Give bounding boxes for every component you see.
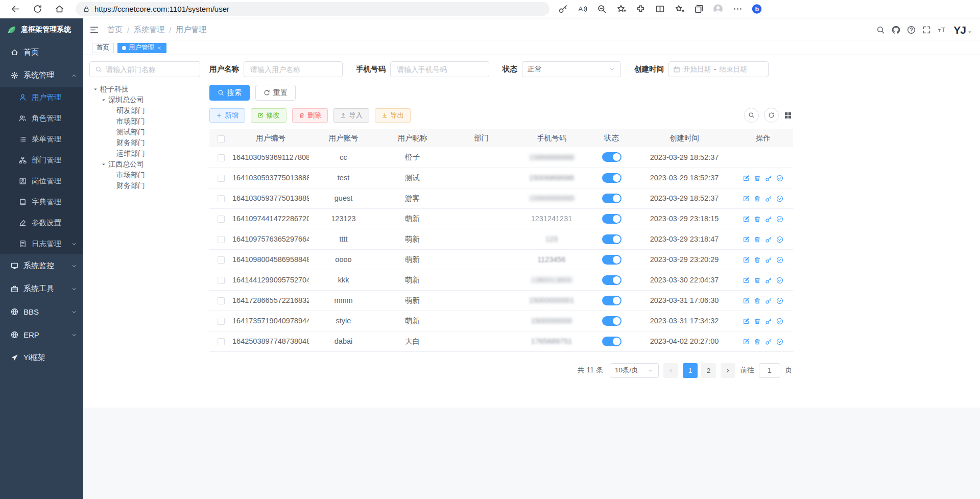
favorites-icon[interactable] [674, 4, 684, 14]
sidebar-item-home[interactable]: 首页 [0, 41, 83, 64]
tree-node[interactable]: 市场部门 [89, 116, 204, 127]
caret-down-icon[interactable] [91, 87, 99, 92]
sidebar-item-system-management[interactable]: 系统管理 [0, 64, 83, 87]
row-checkbox[interactable] [218, 154, 225, 161]
assign-role-icon[interactable] [776, 318, 783, 325]
status-toggle[interactable] [602, 337, 622, 346]
export-button[interactable]: 导出 [375, 108, 411, 123]
search-button[interactable]: 搜索 [209, 85, 250, 101]
row-checkbox[interactable] [218, 297, 225, 304]
delete-icon[interactable] [754, 216, 761, 223]
status-toggle[interactable] [602, 214, 622, 224]
page-size-select[interactable]: 10条/页 [610, 363, 659, 378]
delete-icon[interactable] [754, 297, 761, 304]
tree-node[interactable]: 运维部门 [89, 148, 204, 159]
sidebar-item-post-management[interactable]: 岗位管理 [0, 171, 83, 192]
key-icon[interactable] [558, 4, 568, 14]
copilot-icon[interactable]: b [752, 4, 762, 14]
delete-icon[interactable] [754, 338, 761, 345]
reset-password-icon[interactable] [765, 297, 772, 304]
phone-input[interactable] [390, 61, 489, 77]
zoom-icon[interactable] [596, 4, 607, 14]
status-toggle[interactable] [602, 255, 622, 265]
status-toggle[interactable] [602, 275, 622, 285]
assign-role-icon[interactable] [776, 216, 783, 223]
sidebar-item-system-monitor[interactable]: 系统监控 [0, 254, 83, 277]
sidebar-item-role-management[interactable]: 角色管理 [0, 108, 83, 129]
next-page-button[interactable] [721, 363, 735, 378]
page-button-1[interactable]: 1 [683, 363, 698, 378]
reset-password-icon[interactable] [765, 195, 772, 202]
user-avatar[interactable]: YJ [953, 25, 972, 35]
collections-icon[interactable] [694, 4, 704, 14]
assign-role-icon[interactable] [776, 256, 783, 264]
edit-icon[interactable] [743, 277, 750, 284]
edit-icon[interactable] [743, 236, 750, 243]
font-size-icon[interactable]: TT [938, 26, 946, 34]
sidebar-item-bbs[interactable]: BBS [0, 300, 83, 323]
delete-icon[interactable] [754, 256, 761, 264]
status-toggle[interactable] [602, 173, 622, 183]
sidebar-item-log-management[interactable]: 日志管理 [0, 233, 83, 254]
reset-password-icon[interactable] [765, 277, 772, 284]
row-checkbox[interactable] [218, 277, 225, 284]
reset-password-icon[interactable] [765, 216, 772, 223]
dept-search-input[interactable] [106, 65, 195, 74]
edit-icon[interactable] [743, 297, 750, 304]
refresh-icon[interactable] [32, 4, 42, 14]
assign-role-icon[interactable] [776, 195, 783, 202]
page-button-2[interactable]: 2 [701, 363, 716, 378]
fullscreen-icon[interactable] [922, 26, 931, 34]
address-bar[interactable]: https://ccnetcore.com:1101/system/user [76, 2, 549, 16]
profile-icon[interactable] [713, 4, 723, 14]
sidebar-item-dept-management[interactable]: 部门管理 [0, 150, 83, 171]
status-toggle[interactable] [602, 316, 622, 326]
tree-node[interactable]: 财务部门 [89, 180, 204, 191]
date-range-picker[interactable]: 开始日期 - 结束日期 [668, 61, 769, 77]
tree-node[interactable]: 市场部门 [89, 170, 204, 180]
reset-password-icon[interactable] [765, 236, 772, 243]
assign-role-icon[interactable] [776, 297, 783, 304]
sidebar-item-user-management[interactable]: 用户管理 [0, 87, 83, 108]
tree-node[interactable]: 研发部门 [89, 105, 204, 116]
reset-password-icon[interactable] [765, 338, 772, 345]
delete-icon[interactable] [754, 318, 761, 325]
reset-password-icon[interactable] [765, 318, 772, 325]
row-checkbox[interactable] [218, 256, 225, 264]
delete-icon[interactable] [754, 195, 761, 202]
sidebar-item-system-tools[interactable]: 系统工具 [0, 277, 83, 300]
delete-button[interactable]: 删除 [292, 108, 328, 123]
goto-page-input[interactable] [759, 363, 780, 378]
edit-icon[interactable] [743, 195, 750, 202]
row-checkbox[interactable] [218, 175, 225, 182]
row-checkbox[interactable] [218, 236, 225, 243]
row-checkbox[interactable] [218, 216, 225, 223]
github-icon[interactable] [892, 26, 900, 34]
delete-icon[interactable] [754, 277, 761, 284]
caret-down-icon[interactable] [100, 98, 107, 103]
sidebar-item-erp[interactable]: ERP [0, 323, 83, 346]
edit-icon[interactable] [743, 338, 750, 345]
sidebar-toggle-icon[interactable] [89, 25, 99, 35]
row-checkbox[interactable] [218, 195, 225, 202]
question-icon[interactable] [907, 26, 916, 34]
tree-node[interactable]: 测试部门 [89, 127, 204, 137]
reset-password-icon[interactable] [765, 256, 772, 264]
tree-node[interactable]: 深圳总公司 [89, 94, 204, 105]
toolbar-grid-button[interactable] [784, 111, 792, 120]
import-button[interactable]: 导入 [333, 108, 369, 123]
toolbar-search-button[interactable] [744, 108, 759, 123]
assign-role-icon[interactable] [776, 338, 783, 345]
edit-icon[interactable] [743, 216, 750, 223]
home-icon[interactable] [54, 4, 64, 14]
more-icon[interactable] [732, 4, 743, 14]
tree-node[interactable]: 江西总公司 [89, 159, 204, 170]
assign-role-icon[interactable] [776, 277, 783, 284]
status-toggle[interactable] [602, 234, 622, 244]
tree-node[interactable]: 橙子科技 [89, 84, 204, 94]
edit-icon[interactable] [743, 318, 750, 325]
sidebar-item-dict-management[interactable]: 字典管理 [0, 192, 83, 212]
edit-button[interactable]: 修改 [251, 108, 286, 123]
read-aloud-icon[interactable]: A [577, 4, 587, 14]
assign-role-icon[interactable] [776, 175, 783, 182]
